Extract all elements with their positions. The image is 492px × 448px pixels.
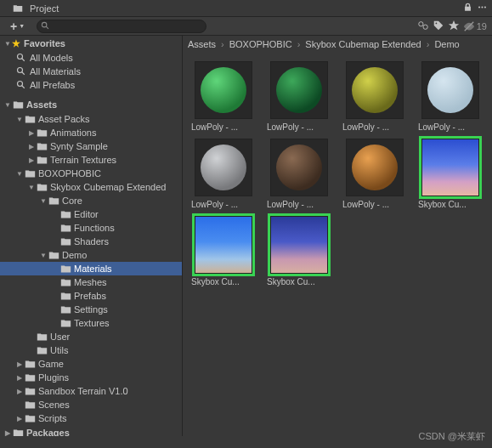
- folder-icon: [59, 263, 71, 275]
- tree-item[interactable]: ▶Synty Sample: [0, 139, 182, 153]
- asset-item[interactable]: LowPoly - ...: [418, 61, 482, 132]
- asset-thumbnail[interactable]: [195, 216, 252, 274]
- tree-item[interactable]: ▼Skybox Cubemap Extended: [0, 180, 182, 194]
- toolbar: +▼ 19: [0, 17, 492, 36]
- svg-line-14: [22, 86, 25, 88]
- asset-item[interactable]: LowPoly - ...: [342, 61, 406, 132]
- tree-item[interactable]: Scenes: [0, 398, 182, 411]
- search-input[interactable]: [37, 20, 206, 33]
- expand-arrow[interactable]: ▶: [15, 388, 24, 395]
- folder-icon: [36, 127, 48, 139]
- menu-icon[interactable]: [478, 3, 487, 14]
- expand-arrow[interactable]: ▶: [27, 156, 36, 164]
- asset-thumbnail[interactable]: [270, 216, 328, 274]
- tree-item[interactable]: Textures: [0, 316, 182, 330]
- breadcrumb-item[interactable]: Demo: [434, 39, 459, 49]
- asset-thumbnail[interactable]: [421, 139, 479, 196]
- expand-arrow[interactable]: ▶: [15, 374, 24, 382]
- project-tab[interactable]: Project: [5, 1, 65, 16]
- favorite-filter-icon[interactable]: [448, 20, 460, 33]
- folder-icon: [59, 235, 71, 247]
- lock-icon[interactable]: [463, 3, 472, 14]
- watermark: CSDN @米莱虾: [419, 430, 485, 443]
- tree-item[interactable]: ▶Scripts: [0, 411, 182, 425]
- folder-icon: [24, 385, 36, 397]
- svg-point-6: [423, 25, 427, 29]
- asset-label: LowPoly - ...: [191, 200, 255, 209]
- tree-item[interactable]: Settings: [0, 303, 182, 316]
- folder-icon: [59, 222, 71, 234]
- search-icon: [15, 79, 27, 91]
- tree-item[interactable]: ▼BOXOPHOBIC: [0, 167, 182, 180]
- expand-arrow[interactable]: ▶: [15, 415, 24, 422]
- asset-thumbnail[interactable]: [346, 139, 404, 196]
- hidden-count-label: 19: [477, 21, 487, 31]
- tree-item[interactable]: ▶Sandbox Terrain V1.0: [0, 384, 182, 398]
- asset-item[interactable]: LowPoly - ...: [342, 139, 406, 209]
- tree-item[interactable]: Shaders: [0, 235, 182, 248]
- filter-by-type-icon[interactable]: [417, 20, 429, 33]
- project-tree[interactable]: ▼ ★ Favorites All ModelsAll MaterialsAll…: [0, 36, 183, 436]
- svg-line-12: [22, 72, 25, 75]
- tree-item[interactable]: ▶Plugins: [0, 371, 182, 384]
- asset-item[interactable]: LowPoly - ...: [191, 61, 255, 132]
- expand-arrow[interactable]: ▼: [15, 170, 24, 178]
- asset-label: Skybox Cu...: [418, 200, 482, 209]
- asset-thumbnail[interactable]: [270, 139, 328, 196]
- favorites-header[interactable]: ▼ ★ Favorites: [0, 36, 182, 51]
- folder-icon: [36, 181, 48, 193]
- tree-item[interactable]: Functions: [0, 221, 182, 235]
- tree-item[interactable]: Prefabs: [0, 289, 182, 303]
- tree-item[interactable]: ▶Animations: [0, 126, 182, 139]
- filter-by-label-icon[interactable]: [433, 20, 444, 33]
- folder-icon: [24, 399, 36, 411]
- expand-arrow[interactable]: ▼: [39, 252, 48, 259]
- asset-thumbnail[interactable]: [270, 61, 328, 119]
- asset-thumbnail[interactable]: [346, 61, 404, 119]
- breadcrumb-item[interactable]: Skybox Cubemap Extended: [305, 39, 421, 49]
- svg-line-4: [46, 26, 48, 29]
- asset-item[interactable]: LowPoly - ...: [267, 139, 331, 209]
- tree-item[interactable]: Materials: [0, 262, 182, 275]
- packages-root[interactable]: ▶ Packages: [0, 425, 182, 436]
- asset-thumbnail[interactable]: [195, 61, 252, 119]
- tree-item[interactable]: Editor: [0, 207, 182, 221]
- tree-item[interactable]: Utils: [0, 343, 182, 357]
- chevron-right-icon: ›: [221, 39, 224, 49]
- tree-item[interactable]: ▶Game: [0, 357, 182, 371]
- expand-arrow[interactable]: ▼: [15, 116, 24, 123]
- breadcrumb-item[interactable]: Assets: [188, 39, 216, 49]
- folder-icon: [12, 99, 24, 111]
- breadcrumb-item[interactable]: BOXOPHOBIC: [229, 39, 292, 49]
- tree-item[interactable]: ▼Asset Packs: [0, 112, 182, 126]
- asset-thumbnail[interactable]: [195, 139, 252, 196]
- asset-item[interactable]: LowPoly - ...: [267, 61, 331, 132]
- tree-item[interactable]: ▼Core: [0, 194, 182, 207]
- asset-item[interactable]: LowPoly - ...: [191, 139, 255, 209]
- asset-label: Skybox Cu...: [191, 277, 255, 286]
- asset-item[interactable]: Skybox Cu...: [267, 216, 331, 286]
- favorite-item[interactable]: All Models: [0, 51, 182, 65]
- tree-item[interactable]: ▶Terrain Textures: [0, 153, 182, 167]
- expand-arrow[interactable]: ▶: [27, 143, 36, 150]
- tree-item[interactable]: User: [0, 330, 182, 343]
- tree-item[interactable]: Meshes: [0, 275, 182, 289]
- panel-header: Project: [0, 0, 492, 17]
- folder-icon: [36, 140, 48, 152]
- folder-icon: [59, 303, 71, 315]
- favorite-item[interactable]: All Prefabs: [0, 78, 182, 92]
- expand-arrow[interactable]: ▶: [27, 129, 36, 137]
- assets-root[interactable]: ▼ Assets: [0, 97, 182, 112]
- add-button[interactable]: +▼: [5, 19, 30, 34]
- tree-item[interactable]: ▼Demo: [0, 248, 182, 262]
- favorite-item[interactable]: All Materials: [0, 65, 182, 78]
- expand-arrow[interactable]: ▼: [27, 184, 36, 191]
- hidden-toggle[interactable]: 19: [463, 20, 487, 32]
- expand-arrow[interactable]: ▶: [15, 360, 24, 368]
- folder-icon: [24, 113, 36, 125]
- asset-item[interactable]: Skybox Cu...: [418, 139, 482, 209]
- asset-item[interactable]: Skybox Cu...: [191, 216, 255, 286]
- svg-point-9: [18, 54, 23, 60]
- expand-arrow[interactable]: ▼: [39, 197, 48, 205]
- asset-thumbnail[interactable]: [421, 61, 479, 119]
